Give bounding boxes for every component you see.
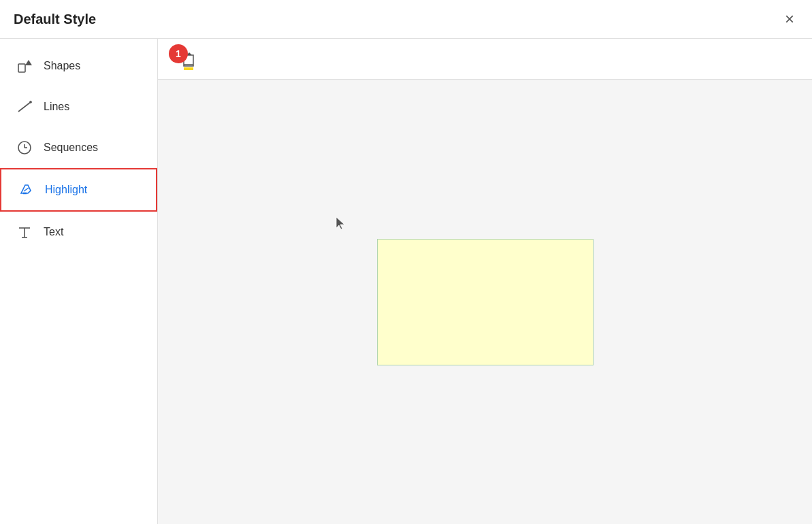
preview-canvas xyxy=(158,80,812,524)
shapes-icon xyxy=(16,58,33,74)
dialog-body: Shapes Lines xyxy=(0,39,812,524)
highlight-icon xyxy=(18,182,34,198)
svg-rect-0 xyxy=(18,64,25,72)
sidebar-item-highlight-label: Highlight xyxy=(45,184,87,196)
svg-line-2 xyxy=(18,102,31,112)
sequences-icon xyxy=(16,140,33,156)
lines-icon xyxy=(16,99,33,115)
sidebar-item-shapes-label: Shapes xyxy=(44,60,80,72)
dialog-header: Default Style × xyxy=(0,0,812,39)
toolbar-badge: 1 xyxy=(169,44,188,63)
sidebar-item-highlight[interactable]: Highlight xyxy=(0,168,157,212)
svg-marker-1 xyxy=(25,60,32,65)
toolbar: 1 xyxy=(158,39,812,80)
svg-rect-12 xyxy=(184,67,193,70)
sidebar-item-lines[interactable]: Lines xyxy=(0,86,157,127)
text-icon xyxy=(16,224,33,240)
highlight-preview-box xyxy=(377,239,594,365)
sidebar-item-sequences-label: Sequences xyxy=(44,142,98,154)
sidebar-item-shapes[interactable]: Shapes xyxy=(0,46,157,86)
content-area: 1 xyxy=(158,39,812,524)
cursor xyxy=(335,216,347,231)
sidebar: Shapes Lines xyxy=(0,39,158,524)
dialog-title: Default Style xyxy=(14,12,96,27)
sidebar-item-text[interactable]: Text xyxy=(0,212,157,252)
default-style-dialog: Default Style × Shapes xyxy=(0,0,812,524)
sidebar-item-sequences[interactable]: Sequences xyxy=(0,127,157,168)
sidebar-item-text-label: Text xyxy=(44,226,63,238)
sidebar-item-lines-label: Lines xyxy=(44,101,69,113)
close-button[interactable]: × xyxy=(781,10,798,29)
